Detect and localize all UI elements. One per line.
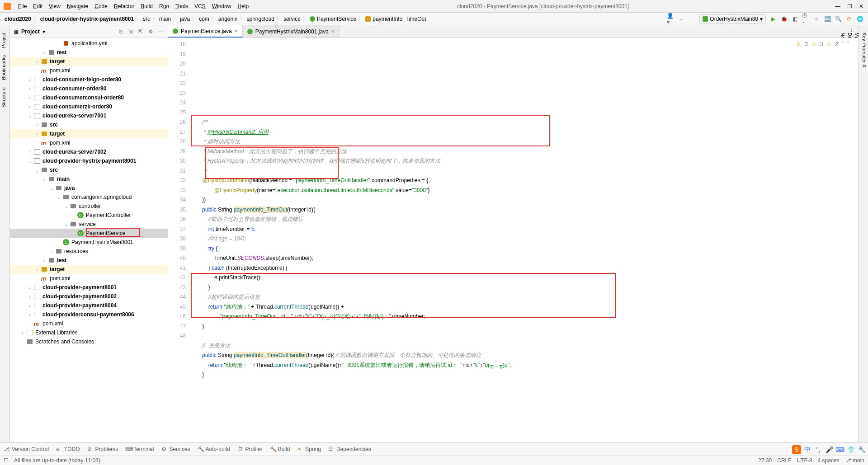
stop-icon[interactable]: ■ [813,15,820,23]
debug-icon[interactable]: 🐞 [780,15,788,23]
tool-profiler[interactable]: ⏱Profiler [237,446,263,452]
tree-item[interactable]: Scratches and Consoles [10,337,168,346]
inspection-widget[interactable]: ⚠3 ⚠3 ⚠2 ˆ ˇ [796,40,849,50]
crumb-0[interactable]: cloud2020 [5,16,31,22]
strip-project[interactable]: Project [0,29,9,52]
forward-icon[interactable]: → [689,15,696,23]
menu-run[interactable]: Run [156,2,172,10]
indent-info[interactable]: 4 spaces [818,457,840,464]
menu-window[interactable]: Window [209,2,234,10]
line-separator[interactable]: CRLF [777,457,791,464]
tree-item[interactable]: ›test [10,48,168,57]
settings-icon[interactable]: 🌐 [856,15,863,23]
menu-view[interactable]: View [46,2,63,10]
tree-item[interactable]: ›target [10,265,168,274]
menu-tools[interactable]: Tools [173,2,191,10]
tree-item[interactable]: ⌄cloud-eureka-server7001 [10,111,168,120]
minimize-icon[interactable]: — [835,3,841,9]
menu-file[interactable]: File [15,2,29,10]
tree-item[interactable]: ⌄cloud-provider-hystrix-payment8001 [10,156,168,165]
close-tab-icon[interactable]: × [331,28,335,35]
ime-tool-icon[interactable]: 🔧 [857,445,866,454]
translate-icon[interactable]: 🔤 [824,15,831,23]
tree-item[interactable]: ›cloud-consumerconsul-order80 [10,93,168,102]
menu-vcs[interactable]: VCS [192,2,208,10]
tool-build[interactable]: 🔨Build [270,446,290,452]
tool-problems[interactable]: ⊘Problems [87,446,118,452]
tree-item[interactable]: ⌄src [10,165,168,174]
tree-item[interactable]: ›cloud-consumer-order80 [10,84,168,93]
menu-build[interactable]: Build [138,2,156,10]
tree-item[interactable]: ›cloud-provider-payment8002 [10,292,168,301]
crumb-2[interactable]: src [143,16,150,22]
menu-help[interactable]: Help [235,2,251,10]
tree-item[interactable]: PaymentHystrixMain8001 [10,238,168,247]
select-opened-icon[interactable]: ⊙ [117,28,124,35]
ime-cn-icon[interactable]: 中 [803,445,812,454]
tree-item[interactable]: ›src [10,120,168,129]
hide-icon[interactable]: — [157,28,164,35]
tree-item[interactable]: pom.xml [10,138,168,147]
tree-item[interactable]: ›target [10,129,168,138]
crumb-5[interactable]: com [199,16,209,22]
strip-keypromoter[interactable]: Key Promoter X [861,29,868,442]
tool-dependencies[interactable]: ☰Dependencies [328,446,371,452]
ime-punct-icon[interactable]: °, [814,445,823,454]
crumb-10[interactable]: paymentInfo_TimeOut [373,16,426,22]
profile-icon[interactable]: ⏱▾ [802,15,809,23]
crumb-3[interactable]: main [159,16,171,22]
strip-bookmarks[interactable]: Bookmarks [0,52,9,84]
tool-version-control[interactable]: ⎇Version Control [4,446,49,452]
tool-spring[interactable]: ❧Spring [297,446,321,452]
code-area[interactable]: ⚠3 ⚠3 ⚠2 ˆ ˇ /** * @HystrixCommand: 启用 *… [191,38,858,442]
tree-item[interactable]: ⌄com.angenin.springcloud [10,193,168,202]
chevron-down-icon[interactable]: ˇ [847,40,849,50]
update-icon[interactable]: ⟳ [845,15,853,23]
tree-item[interactable]: ›cloud-consumerzk-order80 [10,102,168,111]
caret-position[interactable]: 27:30 [758,457,772,464]
tool-terminal[interactable]: ⌨Terminal [125,446,154,452]
tab-paymenthystrixmain[interactable]: PaymentHystrixMain8001.java × [243,25,340,38]
tree-item[interactable]: PaymentService [10,229,168,238]
menu-refactor[interactable]: Refactor [111,2,137,10]
run-configuration-selector[interactable]: OrderHystrixMain80 ▾ [699,14,766,23]
ime-keyboard-icon[interactable]: ⌨ [835,445,844,454]
tool-todo[interactable]: ≡TODO [56,446,80,452]
expand-icon[interactable]: ⇲ [127,28,134,35]
crumb-8[interactable]: service [283,16,301,22]
tree-item[interactable]: ›cloud-consumer-feign-order80 [10,75,168,84]
tree-item[interactable]: ⌄java [10,183,168,193]
tree-item[interactable]: pom.xml [10,66,168,75]
tree-item[interactable]: ›cloud-provider-payment8001 [10,283,168,292]
tree-item[interactable]: pom.xml [10,274,168,283]
menu-navigate[interactable]: Navigate [64,2,91,10]
strip-structure[interactable]: Structure [0,84,9,111]
crumb-1[interactable]: cloud-provider-hystrix-payment8001 [40,16,134,22]
tree-item[interactable]: ›cloud-providerconsul-payment8006 [10,310,168,319]
ime-skin-icon[interactable]: 👕 [846,445,855,454]
tree-item[interactable]: ⌄controller [10,202,168,211]
close-icon[interactable]: ✕ [858,3,864,9]
git-branch[interactable]: ⎇ main [845,457,864,464]
tree-item[interactable]: pom.xml [10,319,168,328]
crumb-4[interactable]: java [180,16,190,22]
tree-item[interactable]: PaymentController [10,211,168,220]
crumb-9[interactable]: PaymentService [317,16,356,22]
file-encoding[interactable]: UTF-8 [797,457,812,464]
run-icon[interactable]: ▶ [769,15,777,23]
chevron-down-icon[interactable]: ▾ [42,28,45,35]
tree-item[interactable]: ›test [10,256,168,265]
tree-item[interactable]: application.yml [10,39,168,48]
back-icon[interactable]: ← [678,15,685,23]
ime-mic-icon[interactable]: 🎤 [825,445,834,454]
tree-item[interactable]: ›External Libraries [10,328,168,337]
tree-item[interactable]: ⌄main [10,174,168,183]
ime-icon[interactable]: S [792,445,801,454]
user-icon[interactable]: 👤▾ [667,15,674,23]
tree-item[interactable]: ›target [10,57,168,66]
collapse-icon[interactable]: ⇱ [137,28,144,35]
tree-item[interactable]: ›cloud-provider-payment8004 [10,301,168,310]
chevron-up-icon[interactable]: ˆ [842,40,844,50]
tab-paymentservice[interactable]: PaymentService.java × [168,25,243,38]
status-icon[interactable]: ☐ [4,457,9,464]
